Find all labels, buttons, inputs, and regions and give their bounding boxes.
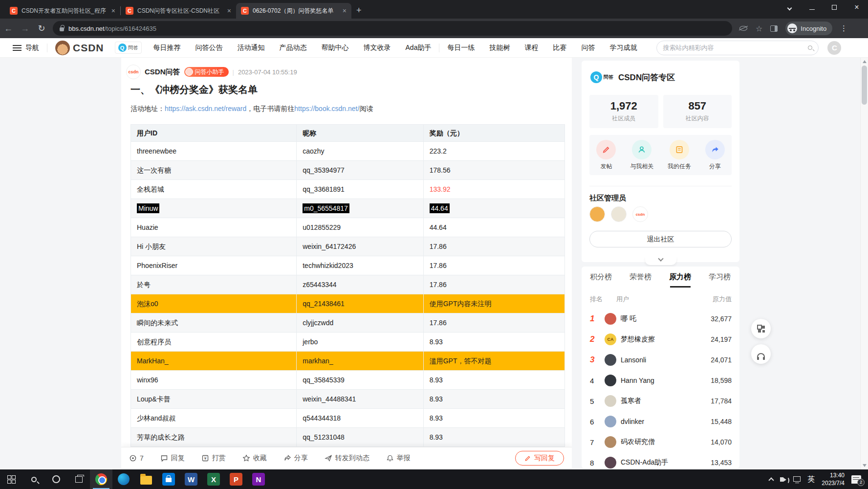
activity-link[interactable]: https://ask.csdn.net/reward [165,105,246,112]
browser-tab[interactable]: C0626-0702（周）问答奖惩名单× [236,3,351,19]
share-icon [705,140,725,159]
browser-menu-icon[interactable]: ⋮ [840,24,847,33]
forward-button[interactable]: → [17,23,33,34]
hamburger-icon[interactable] [13,45,22,51]
user-avatar[interactable] [55,41,70,55]
post-author-name[interactable]: CSDN问答 [145,67,180,77]
scroll-up-arrow[interactable] [863,60,867,63]
ranking-row[interactable]: 5孤寒者17,784 [590,391,732,411]
rank-number: 6 [590,418,605,426]
ranking-row[interactable]: 3Lansonli24,071 [590,350,732,370]
page-scrollbar[interactable] [860,58,868,469]
admin-avatar[interactable]: csdn [632,206,648,222]
taskbar-app-file-explorer[interactable] [135,469,157,489]
search-input[interactable] [663,44,808,51]
browser-tab[interactable]: CCSDN问答专区社区-CSDN社区× [121,3,236,19]
c-member-icon[interactable]: C [827,41,841,55]
admin-avatar[interactable] [611,206,627,222]
side-panel-icon[interactable] [770,25,778,32]
restore-button[interactable] [823,4,846,11]
cortana-button[interactable] [45,469,67,489]
hidden-icons-chevron[interactable] [769,477,774,483]
nav-link[interactable]: 产品动态 [280,44,307,52]
community-action-与我相关[interactable]: 与我相关 [630,140,653,171]
tab-close-icon[interactable]: × [227,7,231,14]
ranking-row[interactable]: 4Hann Yang18,598 [590,370,732,391]
nav-link[interactable]: 学习成就 [609,44,637,52]
customer-service-button[interactable] [751,344,771,364]
tab-close-icon[interactable]: × [343,7,347,14]
post-author-avatar[interactable]: csdn [126,65,141,79]
community-action-我的任务[interactable]: 我的任务 [668,140,691,171]
ranking-tab-学习榜[interactable]: 学习榜 [709,272,731,288]
community-title[interactable]: CSDN问答专区 [618,72,675,83]
community-action-发帖[interactable]: 发帖 [596,140,616,171]
task-view-button[interactable] [67,469,90,489]
nav-menu-label[interactable]: 导航 [25,44,39,52]
action-举报[interactable]: 举报 [386,454,411,463]
tab-close-icon[interactable]: × [111,7,115,14]
minimize-button[interactable] [801,4,823,11]
taskbar-app-chrome[interactable] [90,469,112,489]
mini-program-button[interactable] [751,319,771,338]
ranking-tab-荣誉榜[interactable]: 荣誉榜 [629,272,651,288]
ranking-tab-积分榜[interactable]: 积分榜 [590,272,612,288]
network-icon[interactable] [793,476,801,482]
action-打赏[interactable]: ¥打赏 [201,454,226,463]
nav-link[interactable]: Ada助手 [406,44,432,52]
action-分享[interactable]: 分享 [283,454,308,463]
search-box[interactable] [656,41,819,55]
ranking-tab-原力榜[interactable]: 原力榜 [669,272,691,288]
search-icon[interactable] [808,45,812,50]
taskbar-clock[interactable]: 13:402023/7/4 [822,471,845,487]
bookmark-star-icon[interactable]: ☆ [756,24,762,33]
nav-link[interactable]: 每日推荐 [153,44,181,52]
tab-search-icon[interactable] [778,4,801,11]
exit-community-button[interactable]: 退出社区 [589,231,732,247]
nav-link[interactable]: 博文收录 [364,44,391,52]
csdn-logo[interactable]: CSDN [73,42,104,54]
community-action-分享[interactable]: 分享 [705,140,725,171]
ime-indicator[interactable]: 英 [807,475,815,484]
taskbar-search-button[interactable] [22,469,45,489]
taskbar-app-edge[interactable] [112,469,135,489]
nav-link[interactable]: 活动通知 [238,44,265,52]
reload-button[interactable]: ↻ [33,23,50,34]
nav-link[interactable]: 每日一练 [447,44,475,52]
ranking-row[interactable]: 7码农研究僧14,070 [590,432,732,452]
action-center-icon[interactable]: 2 [851,475,861,484]
community-qa-badge[interactable]: Q問答 [115,42,142,54]
nav-link[interactable]: 技能树 [489,44,510,52]
ranking-row[interactable]: 8CSDN-Ada助手13,453 [590,452,732,468]
collapse-button[interactable] [645,256,676,265]
taskbar-app-store[interactable] [157,469,180,489]
admin-avatar[interactable] [589,206,605,222]
close-button[interactable]: × [846,3,868,12]
write-reply-button[interactable]: 写回复 [515,451,564,466]
taskbar-app-word[interactable]: W [180,469,202,489]
ranking-row[interactable]: 2CA梦想橡皮擦24,197 [590,329,732,350]
action-转发到动态[interactable]: 转发到动态 [325,454,369,463]
action-收藏[interactable]: 收藏 [242,454,267,463]
nav-link[interactable]: 课程 [524,44,538,52]
ranking-row[interactable]: 6dvlinker15,448 [590,411,732,432]
browser-tab[interactable]: CCSDN开发者互助问答社区_程序× [5,3,120,19]
ranking-row[interactable]: 1哪 吒32,677 [590,309,732,329]
eye-off-icon[interactable] [739,25,748,31]
scroll-down-arrow[interactable] [863,464,867,467]
nav-link[interactable]: 帮助中心 [322,44,349,52]
address-bar[interactable]: bbs.csdn.net/topics/616424635 [53,21,732,36]
nav-link[interactable]: 问答公告 [195,44,223,52]
action-回复[interactable]: 回复 [160,454,185,463]
ebook-link[interactable]: https://book.csdn.net/ [294,105,359,112]
taskbar-app-powerpoint[interactable]: P [225,469,247,489]
back-button[interactable]: ← [0,23,17,34]
scrollbar-thumb[interactable] [862,66,867,105]
nav-link[interactable]: 比赛 [553,44,566,52]
start-button[interactable] [0,469,22,489]
speaker-icon[interactable] [780,477,783,482]
taskbar-app-onenote[interactable]: N [247,469,270,489]
new-tab-button[interactable]: + [356,5,362,16]
taskbar-app-excel[interactable]: X [202,469,225,489]
nav-link[interactable]: 问答 [581,44,595,52]
